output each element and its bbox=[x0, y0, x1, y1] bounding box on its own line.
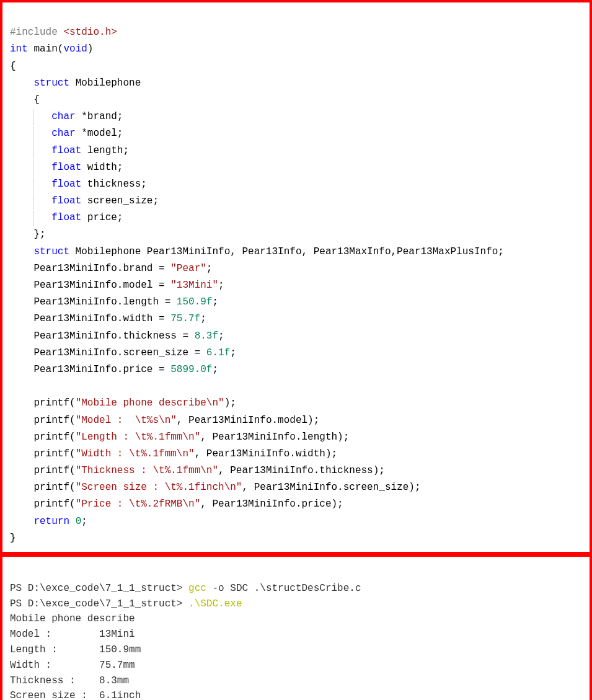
terminal-pane: PS D:\exce_code\7_1_1_struct> gcc -o SDC… bbox=[0, 554, 592, 700]
code-line: struct Mobilephone Pear13MiniInfo, Pear1… bbox=[10, 246, 504, 257]
code-line: printf("Model : \t%s\n", Pear13MiniInfo.… bbox=[10, 415, 319, 426]
code-line: char *brand; bbox=[10, 111, 123, 122]
blank-line bbox=[10, 381, 16, 392]
code-line: struct Mobilephone bbox=[10, 78, 141, 89]
code-line: printf("Screen size : \t%.1finch\n", Pea… bbox=[10, 482, 421, 493]
code-line: }; bbox=[10, 229, 46, 240]
code-line: Pear13MiniInfo.screen_size = 6.1f; bbox=[10, 347, 236, 358]
terminal-line: PS D:\exce_code\7_1_1_struct> .\SDC.exe bbox=[10, 598, 242, 609]
code-line: char *model; bbox=[10, 128, 123, 139]
code-line: Pear13MiniInfo.model = "13Mini"; bbox=[10, 280, 224, 291]
code-line: #include <stdio.h> bbox=[10, 27, 117, 38]
code-line: float thickness; bbox=[10, 179, 147, 190]
code-line: printf("Mobile phone describe\n"); bbox=[10, 397, 236, 409]
code-line: float length; bbox=[10, 145, 129, 156]
code-line: Pear13MiniInfo.length = 150.9f; bbox=[10, 296, 218, 308]
code-line: float screen_size; bbox=[10, 195, 159, 206]
code-line: return 0; bbox=[10, 516, 87, 527]
code-line: { bbox=[10, 61, 16, 72]
code-line: Pear13MiniInfo.brand = "Pear"; bbox=[10, 263, 212, 274]
terminal-output-line: Width : 75.7mm bbox=[10, 660, 135, 671]
terminal-output-line: Thickness : 8.3mm bbox=[10, 675, 129, 686]
terminal-output-line: Model : 13Mini bbox=[10, 629, 135, 640]
code-line: int main(void) bbox=[10, 43, 93, 55]
code-line: } bbox=[10, 533, 16, 544]
code-line: Pear13MiniInfo.width = 75.7f; bbox=[10, 313, 206, 324]
code-line: printf("Price : \t%.2fRMB\n", Pear13Mini… bbox=[10, 498, 343, 510]
terminal-output-line: Length : 150.9mm bbox=[10, 644, 141, 655]
terminal-output-line: Mobile phone describe bbox=[10, 613, 135, 624]
code-editor-pane: #include <stdio.h> int main(void) { stru… bbox=[0, 0, 592, 554]
terminal-line: PS D:\exce_code\7_1_1_struct> gcc -o SDC… bbox=[10, 583, 361, 594]
code-line: printf("Length : \t%.1fmm\n", Pear13Mini… bbox=[10, 432, 349, 443]
code-line: { bbox=[10, 94, 40, 105]
code-line: float price; bbox=[10, 212, 123, 223]
code-line: Pear13MiniInfo.price = 5899.0f; bbox=[10, 364, 218, 375]
code-line: printf("Thickness : \t%.1fmm\n", Pear13M… bbox=[10, 465, 385, 476]
code-line: Pear13MiniInfo.thickness = 8.3f; bbox=[10, 330, 224, 342]
code-line: float width; bbox=[10, 162, 123, 173]
code-line: printf("Width : \t%.1fmm\n", Pear13MiniI… bbox=[10, 448, 337, 459]
terminal-output-line: Screen size : 6.1inch bbox=[10, 690, 141, 700]
